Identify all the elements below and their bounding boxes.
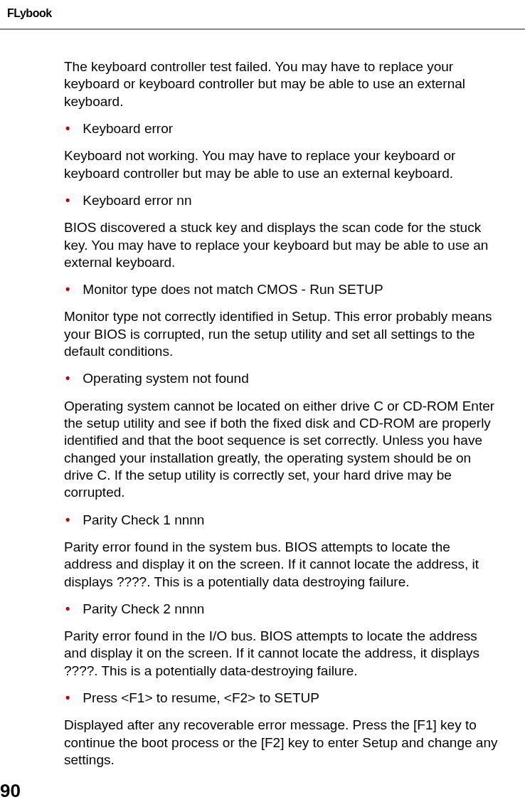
bullet-label: Keyboard error (83, 120, 173, 137)
page-content: The keyboard controller test failed. You… (0, 30, 525, 769)
item-description: Displayed after any recoverable error me… (64, 717, 498, 769)
list-item: • Parity Check 2 nnnn (64, 601, 498, 618)
item-description: Keyboard not working. You may have to re… (64, 147, 498, 182)
bullet-label: Operating system not found (83, 370, 248, 387)
bullet-label: Monitor type does not match CMOS - Run S… (83, 281, 383, 298)
intro-paragraph: The keyboard controller test failed. You… (64, 58, 498, 110)
bullet-icon: • (65, 512, 70, 528)
bullet-icon: • (65, 192, 70, 209)
page-number: 90 (0, 780, 21, 802)
bullet-label: Parity Check 1 nnnn (83, 512, 204, 529)
bullet-icon: • (65, 601, 70, 617)
bullet-icon: • (65, 281, 70, 297)
flybook-logo: FLybook (7, 6, 78, 21)
list-item: • Operating system not found (64, 370, 498, 387)
bullet-label: Keyboard error nn (83, 192, 191, 209)
bullet-label: Parity Check 2 nnnn (83, 601, 204, 618)
bullet-label: Press <F1> to resume, <F2> to SETUP (83, 690, 319, 707)
list-item: • Parity Check 1 nnnn (64, 512, 498, 529)
bullet-icon: • (65, 120, 70, 137)
item-description: Operating system cannot be located on ei… (64, 398, 498, 502)
item-description: Monitor type not correctly identified in… (64, 308, 498, 360)
item-description: Parity error found in the I/O bus. BIOS … (64, 628, 498, 680)
page-header: FLybook (0, 0, 525, 21)
list-item: • Press <F1> to resume, <F2> to SETUP (64, 690, 498, 707)
item-description: Parity error found in the system bus. BI… (64, 539, 498, 591)
item-description: BIOS discovered a stuck key and displays… (64, 219, 498, 271)
bullet-icon: • (65, 690, 70, 706)
list-item: • Keyboard error (64, 120, 498, 137)
list-item: • Monitor type does not match CMOS - Run… (64, 281, 498, 298)
list-item: • Keyboard error nn (64, 192, 498, 209)
bullet-icon: • (65, 370, 70, 386)
svg-text:FLybook: FLybook (7, 7, 52, 19)
